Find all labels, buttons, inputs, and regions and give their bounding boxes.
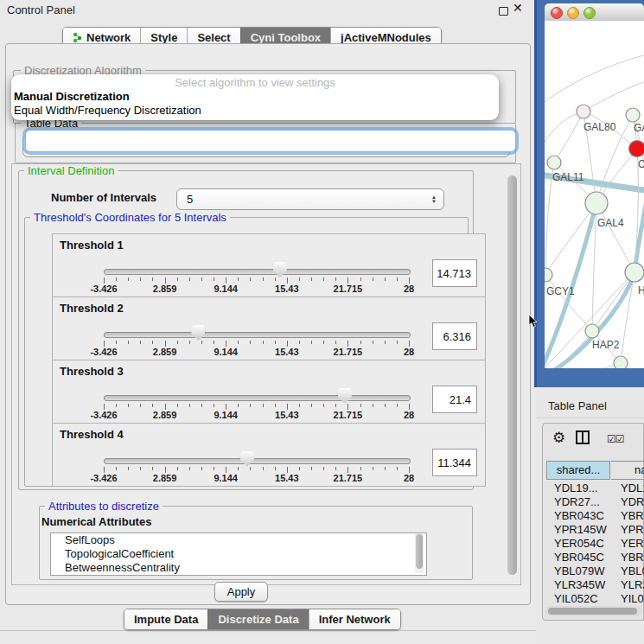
- slider-tick: [250, 341, 251, 344]
- network-node[interactable]: [585, 324, 599, 338]
- table-cell: YPR1: [621, 523, 644, 536]
- column-checkboxes-icon[interactable]: ☑☑: [607, 433, 624, 445]
- network-edge: [583, 80, 644, 112]
- network-edge: [545, 54, 644, 107]
- slider-tick: [177, 277, 178, 281]
- threshold-label: Threshold 2: [60, 302, 124, 315]
- list-scrollbar[interactable]: [415, 533, 424, 573]
- slider-tick: [104, 341, 105, 347]
- slider-thumb[interactable]: [338, 388, 352, 404]
- slider-tick: [409, 467, 410, 473]
- horizontal-scrollbar-thumb[interactable]: [548, 608, 637, 615]
- table-row[interactable]: YBR045CYBR0: [543, 551, 644, 564]
- table-row[interactable]: YPR145WYPR1: [543, 523, 644, 537]
- slider-tick: [165, 404, 166, 410]
- slider-tick-label: 21.715: [334, 410, 363, 420]
- network-node[interactable]: [629, 141, 644, 157]
- split-columns-icon[interactable]: [576, 430, 590, 444]
- horizontal-scrollbar[interactable]: [545, 606, 642, 616]
- table-cell: YER0: [621, 537, 644, 550]
- table-row[interactable]: YBR043CYBR0: [543, 509, 644, 523]
- threshold-value-field[interactable]: 6.316: [432, 322, 477, 350]
- slider-track[interactable]: [104, 458, 411, 464]
- table-row[interactable]: YIL052CYIL0: [543, 592, 644, 606]
- slider-track[interactable]: [104, 332, 411, 338]
- slider-tick: [104, 277, 105, 284]
- vertical-scrollbar[interactable]: [506, 164, 519, 583]
- slider-tick-label: -3.426: [90, 473, 117, 483]
- column-header-name[interactable]: na: [611, 461, 644, 480]
- slider-tick: [373, 277, 373, 281]
- zoom-traffic-light[interactable]: [583, 7, 596, 19]
- slider-tick: [116, 277, 117, 281]
- close-icon[interactable]: ✕: [513, 1, 523, 15]
- slider-tick: [238, 467, 239, 470]
- tab-label: Infer Network: [319, 613, 391, 626]
- slider-thumb[interactable]: [273, 262, 287, 277]
- slider-tick: [116, 467, 117, 470]
- threshold-value-field[interactable]: 11.344: [432, 449, 477, 476]
- slider-tick: [140, 341, 141, 344]
- column-header-shared[interactable]: shared...: [546, 461, 610, 480]
- slider-tick: [299, 467, 300, 470]
- attribute-list-item[interactable]: SelfLoops: [51, 533, 426, 547]
- threshold-value-field[interactable]: 14.713: [432, 259, 477, 287]
- slider-thumb[interactable]: [240, 451, 254, 467]
- network-node[interactable]: [577, 105, 590, 118]
- network-node[interactable]: [625, 263, 644, 282]
- table-row[interactable]: YBL079WYBL0: [543, 564, 644, 578]
- network-node[interactable]: [614, 356, 628, 368]
- float-window-icon[interactable]: [499, 7, 508, 16]
- slider-tick: [385, 404, 386, 407]
- list-scrollbar-thumb[interactable]: [416, 534, 423, 569]
- table-row[interactable]: YER054CYER0: [543, 537, 644, 551]
- slider-tick: [189, 277, 190, 281]
- table-cell: YDL1: [621, 481, 644, 494]
- tab-impute-data[interactable]: Impute Data: [124, 609, 207, 629]
- dropdown-option[interactable]: Manual Discretization: [14, 90, 130, 103]
- network-node[interactable]: [626, 108, 640, 122]
- slider-tick: [201, 404, 202, 407]
- table-cell: YLR345W: [554, 578, 605, 591]
- slider-tick: [177, 404, 178, 407]
- slider-track[interactable]: [104, 395, 411, 401]
- attribute-list-item[interactable]: BetweennessCentrality: [51, 561, 426, 575]
- table-cell: YIL0: [621, 592, 644, 605]
- threshold-value-field[interactable]: 21.4: [432, 386, 477, 413]
- attribute-list-item[interactable]: TopologicalCoefficient: [51, 547, 426, 561]
- table-row[interactable]: YDL19...YDL1: [543, 481, 644, 495]
- vertical-scrollbar-thumb[interactable]: [507, 175, 517, 575]
- dropdown-option[interactable]: Equal Width/Frequency Discretization: [14, 104, 201, 117]
- slider-tick: [263, 277, 264, 281]
- window-title: Control Panel: [7, 3, 75, 16]
- apply-button[interactable]: Apply: [214, 582, 268, 602]
- bottom-divider: [0, 630, 536, 631]
- slider-thumb[interactable]: [191, 325, 205, 341]
- network-node-label: C: [638, 158, 644, 170]
- close-traffic-light[interactable]: [551, 7, 563, 19]
- slider-tick-label: 28: [404, 473, 414, 483]
- table-row[interactable]: YLR345WYLR3: [543, 578, 644, 592]
- algorithm-combobox[interactable]: [25, 130, 516, 152]
- network-node[interactable]: [547, 156, 561, 169]
- network-view-canvas[interactable]: GAL80GACGAL11GAL4GCY1HHAP2: [545, 21, 644, 368]
- network-node[interactable]: [545, 268, 552, 282]
- slider-tick-label: 9.144: [214, 347, 238, 357]
- slider-tick: [201, 341, 202, 344]
- gear-icon[interactable]: ⚙: [552, 429, 565, 447]
- slider-tick: [214, 404, 214, 407]
- number-of-intervals-combobox[interactable]: 5 ▲▼: [176, 188, 444, 210]
- slider-tick: [287, 277, 288, 284]
- minimize-traffic-light[interactable]: [567, 7, 579, 19]
- mouse-cursor: [528, 315, 539, 328]
- table-row[interactable]: YDR27...YDR2: [543, 495, 644, 509]
- interval-definition-group: Interval Definition Number of Intervals …: [18, 170, 474, 490]
- network-window-titlebar[interactable]: [545, 3, 644, 22]
- slider-track[interactable]: [104, 269, 411, 275]
- network-node[interactable]: [585, 192, 608, 214]
- slider-tick: [226, 404, 226, 410]
- tab-label: Style: [150, 31, 177, 44]
- tab-infer-network[interactable]: Infer Network: [309, 609, 400, 629]
- tab-discretize-data[interactable]: Discretize Data: [207, 609, 308, 629]
- slider-tick: [214, 341, 214, 344]
